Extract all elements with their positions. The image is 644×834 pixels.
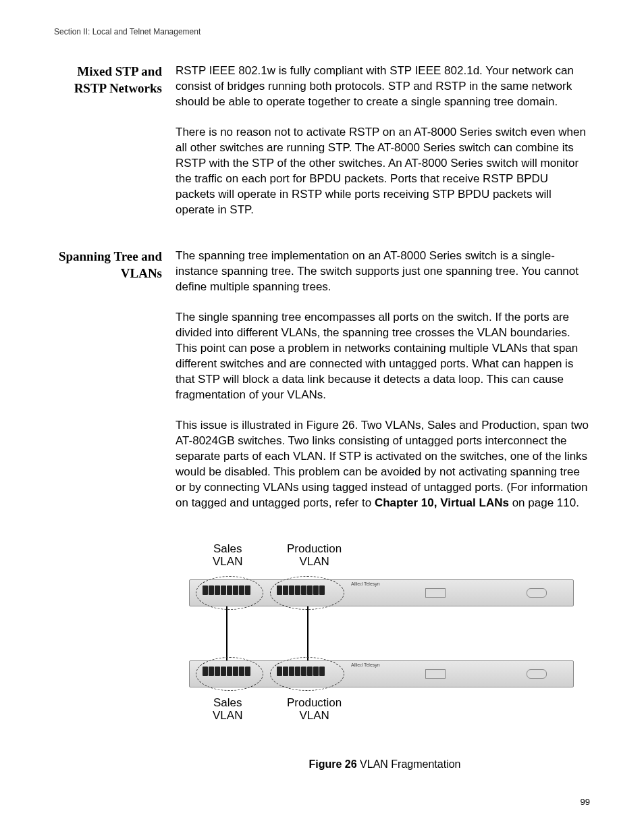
diagram-vlan-fragmentation: Sales VLAN Production VLAN Allied Telesy… (189, 542, 581, 738)
text: VLAN (213, 709, 242, 722)
label-prod-top: Production VLAN (287, 542, 342, 569)
para-with-xref: This issue is illustrated in Figure 26. … (176, 418, 590, 511)
para-text: on page 110. (509, 496, 579, 509)
module-slot-icon (425, 588, 446, 598)
port-group-icon (277, 667, 325, 676)
text: Sales (213, 696, 242, 709)
section-mixed-stp: Mixed STP and RSTP Networks RSTP IEEE 80… (54, 63, 590, 232)
label-sales-top: Sales VLAN (213, 542, 242, 569)
brand-label: Allied Telesyn (351, 581, 380, 586)
para: RSTP IEEE 802.1w is fully compliant with… (176, 63, 590, 110)
text: Sales (213, 542, 242, 555)
para: The single spanning tree encompasses all… (176, 310, 590, 403)
figure-26: Sales VLAN Production VLAN Allied Telesy… (189, 542, 590, 771)
power-slot-icon (527, 669, 547, 679)
body-mixed: RSTP IEEE 802.1w is fully compliant with… (176, 63, 590, 232)
page-number: 99 (581, 797, 590, 807)
page-header: Section II: Local and Telnet Management (54, 27, 590, 36)
body-spanning: The spanning tree implementation on an A… (176, 249, 590, 525)
chapter-xref: Chapter 10, Virtual LANs (375, 496, 509, 509)
side-heading-mixed: Mixed STP and RSTP Networks (54, 63, 176, 232)
para: The spanning tree implementation on an A… (176, 249, 590, 295)
link-line-icon (307, 606, 308, 660)
label-prod-bot: Production VLAN (287, 696, 342, 723)
para-text: This issue is illustrated in Figure 26. … (176, 419, 589, 509)
figure-caption: Figure 26 VLAN Fragmentation (189, 758, 581, 771)
section-spanning-tree: Spanning Tree and VLANs The spanning tre… (54, 249, 590, 525)
module-slot-icon (425, 669, 446, 679)
port-group-icon (203, 585, 250, 595)
text: Production (287, 542, 342, 555)
text: VLAN (213, 555, 242, 568)
para: There is no reason not to activate RSTP … (176, 125, 590, 218)
figure-title: VLAN Fragmentation (357, 758, 461, 770)
text: Production (287, 696, 342, 709)
label-sales-bot: Sales VLAN (213, 696, 242, 723)
figure-number: Figure 26 (309, 758, 357, 770)
brand-label: Allied Telesyn (351, 662, 380, 667)
port-group-icon (203, 667, 250, 676)
power-slot-icon (527, 588, 547, 598)
link-line-icon (226, 606, 227, 660)
port-group-icon (277, 585, 325, 595)
side-heading-spanning: Spanning Tree and VLANs (54, 249, 176, 525)
text: VLAN (299, 709, 329, 722)
text: VLAN (299, 555, 329, 568)
